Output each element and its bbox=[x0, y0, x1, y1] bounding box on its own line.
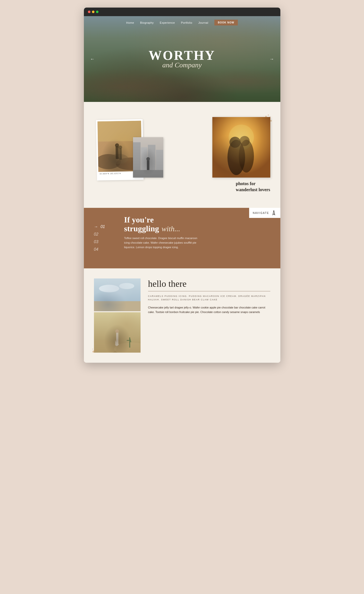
main-nav: Home Biography Experience Portfolio Jour… bbox=[84, 16, 280, 29]
about-section: hello there CARAMELS PUDDING ICING. PUDD… bbox=[84, 268, 280, 363]
maximize-icon[interactable] bbox=[96, 11, 98, 13]
number-04[interactable]: 04 bbox=[94, 247, 105, 252]
svg-point-37 bbox=[92, 349, 93, 350]
number-01[interactable]: → 01 bbox=[94, 224, 105, 229]
svg-rect-18 bbox=[148, 145, 155, 178]
svg-rect-33 bbox=[127, 340, 130, 341]
browser-chrome bbox=[84, 8, 280, 16]
svg-point-10 bbox=[229, 125, 254, 150]
about-speckle bbox=[91, 347, 99, 355]
collage-container: 10.5654°N 103.6372°W bbox=[91, 117, 273, 198]
svg-rect-27 bbox=[94, 312, 141, 353]
svg-point-4 bbox=[108, 154, 128, 164]
nav-journal[interactable]: Journal bbox=[198, 21, 208, 24]
minimize-icon[interactable] bbox=[92, 11, 94, 13]
svg-point-36 bbox=[95, 350, 97, 351]
hero-section: Home Biography Experience Portfolio Jour… bbox=[84, 16, 280, 102]
photo-street-bw bbox=[133, 137, 163, 178]
about-photo-desert bbox=[94, 312, 141, 353]
nav-portfolio[interactable]: Portfolio bbox=[181, 21, 192, 24]
svg-rect-20 bbox=[133, 170, 163, 178]
about-subtitle: CARAMELS PUDDING ICING. PUDDING MACAROON… bbox=[148, 294, 270, 302]
torn-paper-divider bbox=[84, 102, 280, 112]
active-arrow: → bbox=[94, 224, 98, 229]
navigate-badge[interactable]: NAVIGATE bbox=[249, 208, 280, 218]
svg-rect-5 bbox=[115, 146, 119, 159]
svg-rect-26 bbox=[94, 301, 141, 311]
brown-heading-1: If you're bbox=[124, 215, 270, 224]
svg-point-11 bbox=[227, 140, 245, 175]
about-body: Cheesecake jelly tart dragee jelly-o. Wa… bbox=[148, 305, 270, 315]
svg-rect-9 bbox=[212, 117, 270, 178]
svg-point-8 bbox=[118, 146, 122, 149]
hero-next-arrow[interactable]: → bbox=[270, 56, 274, 62]
svg-rect-15 bbox=[133, 137, 163, 178]
navigate-label: NAVIGATE bbox=[253, 212, 269, 214]
svg-rect-32 bbox=[129, 337, 130, 348]
navigate-icon bbox=[271, 210, 277, 216]
svg-point-35 bbox=[92, 351, 94, 353]
hero-prev-arrow[interactable]: ← bbox=[90, 56, 95, 62]
svg-point-22 bbox=[146, 157, 150, 161]
about-photo-column bbox=[94, 278, 141, 353]
caption-line2: wanderlust lovers bbox=[236, 187, 270, 193]
svg-rect-23 bbox=[94, 278, 141, 311]
nav-biography[interactable]: Biography bbox=[140, 21, 154, 24]
about-photo-sky bbox=[94, 278, 141, 311]
section-numbers: → 01 02 03 04 bbox=[94, 224, 105, 252]
nav-home[interactable]: Home bbox=[126, 21, 134, 24]
hero-title-block: WORTHY and Company bbox=[149, 49, 215, 69]
hello-heading: hello there bbox=[148, 278, 270, 289]
svg-point-25 bbox=[119, 283, 134, 289]
brown-section: NAVIGATE → 01 02 03 04 If you're bbox=[84, 208, 280, 268]
svg-rect-17 bbox=[141, 147, 147, 178]
number-02[interactable]: 02 bbox=[94, 232, 105, 237]
number-03[interactable]: 03 bbox=[94, 240, 105, 244]
svg-point-29 bbox=[114, 343, 141, 353]
brown-content: If you're struggling with... Toffee swee… bbox=[124, 215, 270, 249]
photo-sunset-kiss bbox=[212, 117, 270, 178]
caption-line1: photos for bbox=[236, 181, 270, 187]
hero-title: WORTHY bbox=[149, 49, 215, 62]
svg-point-13 bbox=[229, 137, 241, 148]
brown-body-text: Toffee sweet roll chocolate. Dragee bisc… bbox=[124, 236, 200, 249]
brown-heading-script: with... bbox=[161, 224, 180, 233]
svg-point-12 bbox=[239, 140, 254, 173]
close-icon[interactable] bbox=[88, 11, 90, 13]
brown-heading-2: struggling bbox=[124, 224, 159, 233]
about-text-column: hello there CARAMELS PUDDING ICING. PUDD… bbox=[148, 278, 270, 315]
svg-rect-30 bbox=[116, 332, 118, 345]
photos-caption: photos for wanderlust lovers bbox=[236, 181, 270, 193]
hello-divider bbox=[148, 291, 270, 291]
svg-rect-19 bbox=[156, 150, 163, 178]
svg-rect-7 bbox=[119, 148, 122, 160]
svg-point-14 bbox=[240, 136, 250, 146]
book-now-button[interactable]: BOOK NOW bbox=[214, 20, 238, 25]
svg-rect-16 bbox=[133, 142, 141, 178]
svg-point-31 bbox=[115, 329, 119, 333]
collage-section: 10.5654°N 103.6372°W bbox=[84, 112, 280, 208]
svg-point-2 bbox=[97, 154, 121, 169]
svg-rect-21 bbox=[147, 160, 149, 170]
browser-window: Home Biography Experience Portfolio Jour… bbox=[84, 8, 280, 363]
svg-rect-34 bbox=[129, 337, 131, 342]
svg-point-24 bbox=[99, 285, 119, 292]
svg-point-6 bbox=[115, 143, 119, 147]
nav-experience[interactable]: Experience bbox=[160, 21, 175, 24]
